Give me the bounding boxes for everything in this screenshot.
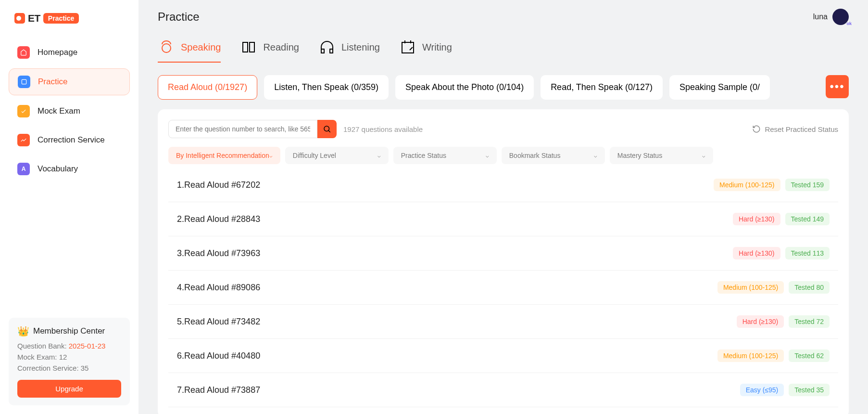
speaking-icon [158,39,175,56]
membership-mock: Mock Exam: 12 [17,353,121,361]
skill-label: Reading [263,42,299,53]
skill-label: Listening [341,42,380,53]
filter-recommendation[interactable]: By Intelligent Recommendation⌵ [168,147,280,164]
logo-text: ET [28,13,40,24]
questions-available: 1927 questions available [343,125,423,133]
tested-tag: Tested 62 [789,349,830,362]
question-item[interactable]: 4.Read Aloud #89086 Medium (100-125) Tes… [168,271,838,305]
nav-label: Mock Exam [38,106,80,116]
subtype-listen-speak[interactable]: Listen, Then Speak (0/359) [264,75,389,100]
more-icon: ••• [830,80,844,93]
subtype-tabs: Read Aloud (0/1927) Listen, Then Speak (… [158,75,849,100]
user-menu[interactable]: luna [813,9,849,25]
nav-vocabulary[interactable]: A Vocabulary [9,156,130,182]
difficulty-tag: Easy (≤95) [740,384,784,396]
question-item[interactable]: 5.Read Aloud #73482 Hard (≥130) Tested 7… [168,305,838,339]
header: Practice luna [158,9,849,25]
nav-label: Practice [38,77,67,87]
mock-icon [17,105,30,117]
chevron-down-icon: ⌵ [377,153,381,159]
question-tags: Medium (100-125) Tested 62 [717,349,830,362]
svg-point-1 [162,44,171,52]
filter-mastery[interactable]: Mastery Status⌵ [610,147,713,164]
membership-qb: Question Bank: 2025-01-23 [17,342,121,350]
tested-tag: Tested 159 [785,179,830,191]
main-content: Practice luna Speaking Reading Listening… [138,0,868,414]
filter-practice-status[interactable]: Practice Status⌵ [393,147,497,164]
search-button[interactable] [317,120,337,138]
filter-bookmark[interactable]: Bookmark Status⌵ [502,147,605,164]
difficulty-tag: Medium (100-125) [717,349,784,362]
subtype-read-aloud[interactable]: Read Aloud (0/1927) [158,75,257,100]
logo-badge: Practice [43,13,79,24]
question-tags: Hard (≥130) Tested 72 [737,315,830,328]
reading-icon [240,39,257,56]
logo-icon [14,13,25,24]
question-title: 5.Read Aloud #73482 [177,317,260,327]
nav-label: Correction Service [38,135,105,145]
chevron-down-icon: ⌵ [702,153,705,159]
question-tags: Hard (≥130) Tested 149 [733,213,830,225]
question-title: 1.Read Aloud #67202 [177,180,260,190]
svg-rect-0 [22,79,26,84]
question-list: 1.Read Aloud #67202 Medium (100-125) Tes… [168,168,838,407]
tested-tag: Tested 72 [789,315,830,328]
nav-correction[interactable]: Correction Service [9,127,130,153]
difficulty-tag: Hard (≥130) [733,213,780,225]
question-tags: Medium (100-125) Tested 159 [714,179,830,191]
search-input[interactable] [168,120,317,138]
question-title: 3.Read Aloud #73963 [177,248,260,259]
vocab-icon: A [17,163,30,175]
tab-listening[interactable]: Listening [318,39,380,63]
nav-mock-exam[interactable]: Mock Exam [9,98,130,124]
question-title: 4.Read Aloud #89086 [177,283,260,293]
question-title: 6.Read Aloud #40480 [177,351,260,361]
difficulty-tag: Medium (100-125) [717,281,784,294]
search-row: 1927 questions available Reset Practiced… [168,120,838,138]
nav-homepage[interactable]: Homepage [9,39,130,65]
question-title: 2.Read Aloud #28843 [177,214,260,224]
skill-tabs: Speaking Reading Listening Writing [158,39,849,63]
avatar [832,9,849,25]
search-icon [323,125,331,133]
difficulty-tag: Hard (≥130) [733,247,780,259]
question-item[interactable]: 7.Read Aloud #73887 Easy (≤95) Tested 35 [168,373,838,407]
more-subtypes-button[interactable]: ••• [826,75,849,98]
tested-tag: Tested 149 [785,213,830,225]
page-title: Practice [158,10,200,24]
nav-label: Vocabulary [38,164,78,174]
logo[interactable]: ET Practice [9,9,130,28]
tab-writing[interactable]: Writing [399,39,452,63]
question-item[interactable]: 3.Read Aloud #73963 Hard (≥130) Tested 1… [168,236,838,271]
membership-correction: Correction Service: 35 [17,364,121,372]
content-panel: 1927 questions available Reset Practiced… [158,109,849,414]
question-title: 7.Read Aloud #73887 [177,385,260,395]
filter-difficulty[interactable]: Difficulty Level⌵ [285,147,389,164]
crown-icon: 👑 [17,325,29,337]
tested-tag: Tested 35 [789,384,830,396]
question-item[interactable]: 6.Read Aloud #40480 Medium (100-125) Tes… [168,339,838,373]
search-wrap [168,120,337,138]
skill-label: Speaking [181,42,221,53]
svg-point-3 [324,126,329,131]
subtype-speak-photo[interactable]: Speak About the Photo (0/104) [395,75,534,100]
tab-reading[interactable]: Reading [240,39,299,63]
tab-speaking[interactable]: Speaking [158,39,221,63]
writing-icon [399,39,416,56]
tested-tag: Tested 113 [785,247,830,259]
reset-button[interactable]: Reset Practiced Status [752,125,838,133]
upgrade-button[interactable]: Upgrade [17,380,121,398]
skill-label: Writing [422,42,452,53]
nav-practice[interactable]: Practice [9,68,130,95]
correction-icon [17,134,30,146]
question-item[interactable]: 2.Read Aloud #28843 Hard (≥130) Tested 1… [168,202,838,236]
chevron-down-icon: ⌵ [486,153,489,159]
question-item[interactable]: 1.Read Aloud #67202 Medium (100-125) Tes… [168,168,838,202]
home-icon [17,46,30,59]
filter-row: By Intelligent Recommendation⌵ Difficult… [168,147,838,164]
subtype-read-speak[interactable]: Read, Then Speak (0/127) [541,75,663,100]
subtype-sample[interactable]: Speaking Sample (0/ [669,75,770,100]
tested-tag: Tested 80 [789,281,830,294]
difficulty-tag: Medium (100-125) [714,179,780,191]
question-tags: Medium (100-125) Tested 80 [717,281,830,294]
